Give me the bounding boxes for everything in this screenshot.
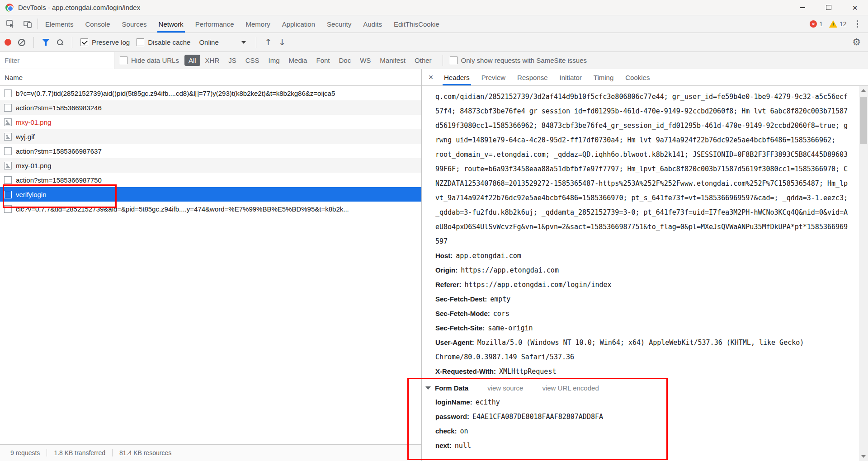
type-filter-js[interactable]: JS: [224, 55, 241, 66]
scrollbar-thumb[interactable]: [860, 97, 867, 144]
maximize-icon: [826, 5, 831, 10]
samesite-issues-label: Only show requests with SameSite issues: [461, 56, 587, 64]
type-filter-other[interactable]: Other: [410, 55, 436, 66]
type-filter-font[interactable]: Font: [312, 55, 334, 66]
type-filter-all[interactable]: All: [184, 55, 200, 66]
request-row[interactable]: mxy-01.png: [0, 158, 421, 173]
toolbar-divider: [72, 37, 72, 48]
disclosure-triangle-icon[interactable]: [425, 386, 431, 390]
search-icon[interactable]: [57, 39, 64, 46]
hide-data-urls-checkbox[interactable]: Hide data URLs: [120, 56, 179, 64]
chevron-down-icon: [241, 41, 246, 44]
network-settings-gear-icon[interactable]: ⚙: [852, 38, 863, 47]
more-menu-button[interactable]: [851, 18, 864, 31]
tab-security[interactable]: Security: [321, 15, 357, 33]
tab-memory[interactable]: Memory: [240, 15, 276, 33]
header-row-referer: Referer:https://app.etongdai.com/login/i…: [435, 278, 849, 292]
tab-console[interactable]: Console: [80, 15, 116, 33]
tab-response[interactable]: Response: [511, 69, 554, 85]
tab-network[interactable]: Network: [153, 15, 189, 33]
request-row-selected-verifylogin[interactable]: verifylogin: [0, 187, 421, 202]
tab-cookies[interactable]: Cookies: [619, 69, 656, 85]
request-row[interactable]: action?stm=1585366987637: [0, 144, 421, 158]
minimize-icon: [800, 7, 805, 8]
requests-count: 9 requests: [4, 449, 47, 456]
header-row-origin: Origin:https://app.etongdai.com: [435, 263, 849, 278]
header-row-sec-fetch-dest: Sec-Fetch-Dest:empty: [435, 292, 849, 306]
import-har-button[interactable]: ↑: [264, 38, 272, 47]
clear-requests-button[interactable]: [18, 39, 25, 46]
type-filter-doc[interactable]: Doc: [335, 55, 355, 66]
throttling-value: Online: [199, 38, 218, 46]
form-param-check: check:on: [435, 424, 859, 438]
tab-sources[interactable]: Sources: [116, 15, 153, 33]
tab-editthiscookie[interactable]: EditThisCookie: [388, 15, 445, 33]
request-row[interactable]: clc?v=0.7.7&tid=2852152739&aid=&pid=5t85…: [0, 202, 421, 216]
tab-performance[interactable]: Performance: [189, 15, 240, 33]
window-controls: ×: [789, 0, 868, 15]
inspect-cursor-icon: [6, 19, 15, 28]
samesite-issues-checkbox[interactable]: Only show requests with SameSite issues: [450, 56, 587, 64]
inspect-element-button[interactable]: [2, 15, 19, 33]
type-filter-manifest[interactable]: Manifest: [376, 55, 410, 66]
request-row[interactable]: action?stm=1585366987750: [0, 173, 421, 187]
network-panel-body: Name b?c=v(0.7.7)tid(2852152739)aid()pid…: [0, 69, 868, 461]
form-param-password: password:E4AE1CFA087DE8018FAAF82807ADD8F…: [435, 409, 859, 424]
request-row[interactable]: action?stm=1585366983246: [0, 100, 421, 115]
disable-cache-label: Disable cache: [148, 38, 190, 46]
close-button[interactable]: ×: [842, 0, 868, 15]
form-data-section: Form Data view source view URL encoded l…: [435, 381, 859, 453]
type-filter-xhr[interactable]: XHR: [201, 55, 224, 66]
warning-icon: !: [829, 20, 837, 28]
request-row-failed[interactable]: mxy-01.png: [0, 115, 421, 129]
error-count-badge[interactable]: × 1: [808, 20, 825, 28]
filter-toggle-icon[interactable]: [42, 39, 50, 46]
tab-headers[interactable]: Headers: [438, 69, 476, 85]
request-row[interactable]: b?c=v(0.7.7)tid(2852152739)aid()pid(5t85…: [0, 86, 421, 100]
scroll-down-arrow[interactable]: [859, 452, 868, 461]
resources-size: 81.4 KB resources: [113, 449, 178, 456]
scroll-up-arrow[interactable]: [859, 86, 868, 95]
checkbox-unchecked-icon: [450, 56, 458, 64]
tab-application[interactable]: Application: [276, 15, 321, 33]
type-filter-media[interactable]: Media: [285, 55, 311, 66]
maximize-button[interactable]: [816, 0, 842, 15]
toggle-device-toolbar-button[interactable]: [19, 15, 36, 33]
tab-preview[interactable]: Preview: [476, 69, 511, 85]
disable-cache-checkbox[interactable]: Disable cache: [137, 38, 190, 46]
throttling-select[interactable]: Online: [197, 37, 248, 47]
type-filter-css[interactable]: CSS: [241, 55, 264, 66]
record-button[interactable]: [5, 39, 11, 46]
export-har-button[interactable]: ↓: [278, 38, 286, 47]
tab-audits[interactable]: Audits: [357, 15, 388, 33]
checkbox-checked-icon: [80, 38, 88, 46]
image-file-icon: [4, 162, 12, 169]
view-source-link[interactable]: view source: [487, 384, 523, 392]
vertical-scrollbar[interactable]: [859, 86, 868, 461]
window-title: DevTools - app.etongdai.com/login/index: [18, 4, 789, 11]
headers-content: q.com/qidian/2852152739/3d2af414d9b10f5c…: [422, 86, 868, 461]
name-column-header[interactable]: Name: [0, 69, 421, 86]
toolbar-divider: [38, 19, 38, 29]
close-details-button[interactable]: ×: [424, 73, 438, 81]
minimize-button[interactable]: [789, 0, 816, 15]
toolbar-divider: [256, 37, 256, 48]
form-param-next: next:null: [435, 438, 859, 453]
preserve-log-checkbox[interactable]: Preserve log: [80, 38, 130, 46]
close-icon: ×: [852, 3, 858, 12]
warning-count: 12: [840, 20, 847, 28]
tab-timing[interactable]: Timing: [588, 69, 619, 85]
checkbox-unchecked-icon: [120, 56, 127, 64]
filter-input[interactable]: [0, 52, 114, 69]
tab-elements[interactable]: Elements: [39, 15, 80, 33]
form-data-title[interactable]: Form Data: [435, 384, 468, 392]
request-row[interactable]: wyj.gif: [0, 129, 421, 144]
type-filter-img[interactable]: Img: [264, 55, 284, 66]
view-url-encoded-link[interactable]: view URL encoded: [542, 384, 599, 392]
image-file-icon: [4, 133, 12, 141]
type-filter-ws[interactable]: WS: [356, 55, 375, 66]
network-summary-bar: 9 requests 1.8 KB transferred 81.4 KB re…: [0, 444, 421, 461]
tab-initiator[interactable]: Initiator: [554, 69, 588, 85]
warning-count-badge[interactable]: ! 12: [827, 20, 849, 28]
header-row-host: Host:app.etongdai.com: [435, 249, 849, 263]
